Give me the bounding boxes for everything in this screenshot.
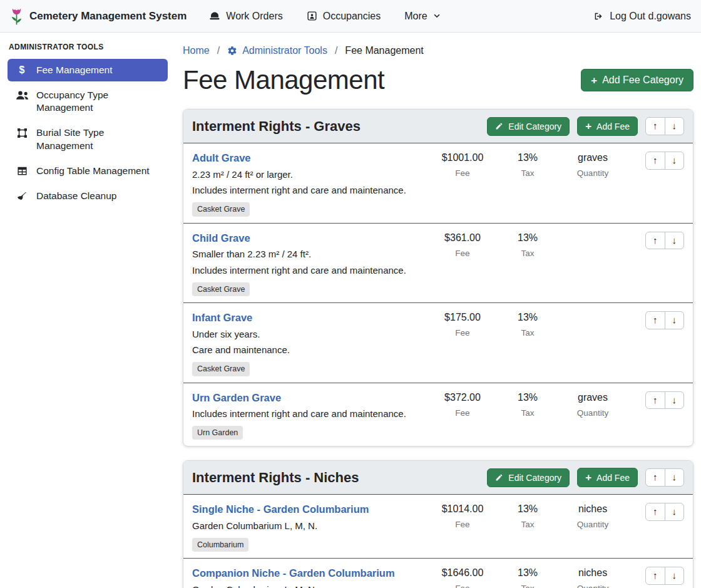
move-category-down-button[interactable]: ↓	[665, 117, 685, 135]
fee-description: Includes interment right and care and ma…	[192, 265, 425, 277]
fee-amount-label: Fee	[425, 249, 500, 258]
breadcrumb-administrator-tools[interactable]: Administrator Tools	[227, 45, 327, 56]
logout-link[interactable]: Log Out d.gowans	[593, 11, 691, 22]
add-fee-button[interactable]: + Add Fee	[577, 468, 638, 487]
move-fee-up-button[interactable]: ↑	[645, 232, 665, 250]
move-fee-down-button[interactable]: ↓	[665, 567, 685, 585]
move-fee-up-button[interactable]: ↑	[645, 152, 665, 170]
fee-reorder-cell: ↑ ↓	[630, 567, 684, 585]
plus-icon: +	[591, 75, 597, 86]
plus-icon: +	[585, 121, 591, 132]
fee-type-badge: Casket Grave	[192, 282, 250, 296]
fee-name-link[interactable]: Child Grave	[192, 232, 250, 245]
fee-reorder-group: ↑ ↓	[645, 503, 684, 521]
occupant-icon	[307, 11, 317, 21]
fee-amount: $175.00	[425, 312, 500, 323]
fee-info-cell: Companion Niche - Garden Columbarium Gar…	[192, 567, 425, 588]
move-category-up-button[interactable]: ↑	[645, 117, 665, 135]
move-fee-down-button[interactable]: ↓	[665, 503, 685, 521]
sidebar-item-label: Burial Site Type Management	[36, 126, 160, 152]
arrow-down-icon: ↓	[672, 314, 677, 325]
fee-info-cell: Child Grave Smaller than 2.23 m² / 24 ft…	[192, 232, 425, 297]
add-fee-category-button[interactable]: + Add Fee Category	[581, 69, 693, 91]
fee-category-card: Interment Rights - Niches Edit Category …	[183, 460, 693, 588]
arrow-down-icon: ↓	[672, 120, 677, 131]
category-actions: Edit Category + Add Fee ↑ ↓	[487, 116, 684, 136]
fee-info-cell: Urn Garden Grave Includes interment righ…	[192, 391, 425, 440]
fee-quantity-cell: niches Quantity	[555, 567, 630, 588]
fee-amount: $1014.00	[425, 503, 500, 515]
nav-work-orders[interactable]: Work Orders	[209, 11, 282, 22]
move-category-down-button[interactable]: ↓	[665, 468, 685, 487]
fee-row: Child Grave Smaller than 2.23 m² / 24 ft…	[183, 223, 693, 303]
top-navbar: Cemetery Management System Work Orders O…	[0, 0, 701, 33]
move-fee-down-button[interactable]: ↓	[665, 391, 685, 410]
pencil-icon	[495, 122, 503, 130]
sidebar-item-database-cleanup[interactable]: Database Cleanup	[8, 185, 168, 207]
fee-amount-cell: $175.00 Fee	[425, 311, 500, 338]
fee-type-badge: Urn Garden	[192, 426, 243, 440]
fee-amount-cell: $1014.00 Fee	[425, 503, 500, 529]
nav-occupancies[interactable]: Occupancies	[307, 11, 381, 22]
sidebar-item-config-table-management[interactable]: Config Table Management	[8, 160, 168, 182]
fee-reorder-cell: ↑ ↓	[630, 232, 684, 250]
fee-amount: $361.00	[425, 232, 500, 244]
fee-name-link[interactable]: Single Niche - Garden Columbarium	[192, 503, 369, 516]
fee-quantity: niches	[555, 503, 630, 515]
edit-category-button[interactable]: Edit Category	[487, 117, 570, 136]
add-fee-button[interactable]: + Add Fee	[577, 116, 638, 136]
edit-category-button[interactable]: Edit Category	[487, 468, 570, 487]
fee-tax-label: Tax	[500, 168, 555, 178]
edit-category-label: Edit Category	[508, 473, 561, 483]
arrow-up-icon: ↑	[653, 235, 658, 245]
arrow-up-icon: ↑	[653, 155, 658, 165]
vector-square-icon	[15, 128, 29, 138]
broom-icon	[15, 191, 29, 202]
fee-tax-cell: 13% Tax	[500, 152, 555, 178]
sidebar-item-fee-management[interactable]: $ Fee Management	[8, 59, 168, 81]
fee-name-link[interactable]: Companion Niche - Garden Columbarium	[192, 567, 395, 580]
arrow-down-icon: ↓	[672, 472, 677, 482]
fee-name-link[interactable]: Adult Grave	[192, 152, 251, 165]
fee-amount-cell: $372.00 Fee	[425, 391, 500, 418]
category-body: Single Niche - Garden Columbarium Garden…	[183, 495, 693, 588]
sidebar-item-burial-site-type-management[interactable]: Burial Site Type Management	[8, 121, 168, 157]
nav-occupancies-label: Occupancies	[323, 11, 381, 22]
sidebar-item-occupancy-type-management[interactable]: Occupancy Type Management	[8, 84, 168, 119]
sidebar-item-label: Fee Management	[36, 64, 113, 76]
move-fee-down-button[interactable]: ↓	[665, 311, 685, 329]
move-category-up-button[interactable]: ↑	[645, 468, 665, 487]
move-fee-up-button[interactable]: ↑	[645, 503, 665, 521]
sidebar-item-label: Config Table Management	[36, 165, 150, 177]
title-row: Fee Management + Add Fee Category	[183, 65, 693, 95]
move-fee-up-button[interactable]: ↑	[645, 311, 665, 329]
fee-quantity-label: Quantity	[555, 520, 630, 529]
dollar-icon: $	[15, 65, 29, 75]
nav-more[interactable]: More	[404, 11, 440, 22]
fee-amount: $1001.00	[425, 152, 500, 163]
category-reorder-group: ↑ ↓	[645, 117, 684, 135]
sidebar-item-label: Database Cleanup	[36, 190, 116, 202]
category-title: Interment Rights - Niches	[192, 470, 359, 486]
breadcrumb-separator: /	[335, 45, 337, 56]
fee-info-cell: Adult Grave 2.23 m² / 24 ft² or larger.I…	[192, 152, 425, 217]
fee-name-link[interactable]: Infant Grave	[192, 311, 252, 324]
fee-amount-cell: $361.00 Fee	[425, 232, 500, 258]
brand-link[interactable]: Cemetery Management System	[10, 7, 187, 26]
move-fee-up-button[interactable]: ↑	[645, 391, 665, 410]
fee-row: Urn Garden Grave Includes interment righ…	[183, 383, 693, 446]
fee-info-cell: Infant Grave Under six years.Care and ma…	[192, 311, 425, 376]
nav-more-label: More	[404, 11, 427, 22]
breadcrumb-home[interactable]: Home	[183, 45, 210, 56]
sidebar-heading: ADMINISTRATOR TOOLS	[8, 43, 168, 59]
category-body: Adult Grave 2.23 m² / 24 ft² or larger.I…	[183, 143, 693, 446]
fee-reorder-cell: ↑ ↓	[630, 503, 684, 521]
move-fee-down-button[interactable]: ↓	[665, 152, 685, 170]
move-fee-down-button[interactable]: ↓	[665, 232, 685, 250]
fee-tax-label: Tax	[500, 408, 555, 418]
fee-quantity-label: Quantity	[555, 168, 630, 178]
people-icon	[15, 90, 29, 100]
fee-name-link[interactable]: Urn Garden Grave	[192, 391, 281, 405]
move-fee-up-button[interactable]: ↑	[645, 567, 665, 585]
arrow-down-icon: ↓	[672, 506, 677, 517]
